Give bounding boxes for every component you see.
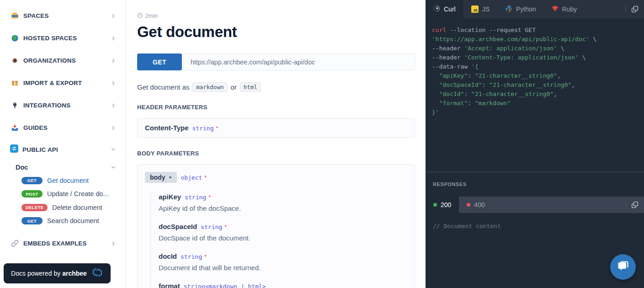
triangle-down-icon: ▼	[168, 176, 172, 180]
body-param: formatstring<markdown | html>Returned da…	[159, 282, 407, 288]
sidebar-item-label: GUIDES	[23, 124, 111, 131]
language-tab-label: Curl	[444, 5, 456, 13]
endpoint-label: Update / Create do...	[47, 190, 109, 197]
sidebar-item-public-api[interactable]: PUBLIC API	[0, 139, 125, 160]
chat-widget-button[interactable]	[610, 254, 636, 280]
main-content: 2min Get document GET Get document as ma…	[126, 0, 426, 288]
language-tab-js[interactable]: JSJS	[463, 0, 497, 18]
chevron-right-icon	[111, 58, 116, 64]
body-param: docSpaceIdstring*DocSpace id of the docu…	[159, 223, 407, 242]
globe-icon	[10, 34, 19, 42]
divider	[626, 201, 626, 209]
copy-code-icon[interactable]	[631, 5, 639, 13]
language-tab-bar: CurlJSJSPythonRuby	[426, 0, 644, 18]
chevron-right-icon	[111, 13, 116, 19]
clock-icon	[137, 12, 143, 20]
body-expander-chip[interactable]: body ▼	[145, 172, 177, 183]
code-line: "docId": "21-character__string0",	[432, 90, 638, 99]
sidebar-group-label: Doc	[16, 164, 111, 171]
header-parameters-title: HEADER PARAMETERS	[137, 104, 415, 111]
body-root-type: object	[181, 174, 202, 181]
header-param-row: Content-Typestring*	[145, 124, 407, 132]
method-badge: POST	[21, 190, 43, 197]
chevron-right-icon	[111, 241, 116, 246]
code-line: "apiKey": "21-character__string0",	[432, 71, 638, 80]
endpoint-item[interactable]: GETGet document	[0, 174, 125, 187]
body-param: apiKeystring*ApiKey id of the docSpace.	[159, 193, 407, 212]
sidebar-item-label: PUBLIC API	[22, 146, 111, 153]
format-chip-markdown: markdown	[192, 82, 227, 92]
chevron-right-icon	[111, 80, 116, 86]
description-text: Get document as	[137, 83, 189, 91]
code-line: "docSpaceId": "21-character__string0",	[432, 80, 638, 90]
divider	[626, 5, 626, 13]
request-url-input[interactable]	[183, 53, 415, 70]
endpoint-item[interactable]: GETSearch document	[0, 214, 125, 228]
method-badge: DELETE	[21, 204, 48, 211]
response-tab-strip: 400	[459, 197, 644, 213]
sidebar-item-organizations[interactable]: ORGANIZATIONS	[0, 49, 125, 72]
sidebar-item-guides[interactable]: GUIDES	[0, 117, 125, 139]
read-time-label: 2min	[145, 13, 158, 19]
code-line: 'https://app.archbee.com/api/public-api/…	[432, 35, 638, 44]
page-title: Get document	[137, 23, 415, 41]
code-block: curl --location --request GET'https://ap…	[426, 18, 644, 172]
param-name: Content-Type	[145, 124, 189, 132]
response-toolbar	[626, 201, 644, 209]
request-method-button[interactable]: GET	[137, 53, 182, 70]
docs-powered-by-badge[interactable]: Docs powered by archbee	[4, 263, 111, 283]
code-toolbar	[626, 0, 644, 18]
param-description: Document id that will be returned.	[159, 264, 407, 272]
param-type: string	[201, 224, 222, 230]
method-badge: GET	[21, 217, 43, 224]
spaces-icon	[10, 12, 19, 20]
body-parameters-title: BODY PARAMETERS	[137, 150, 415, 157]
sidebar-item-import-export[interactable]: IMPORT & EXPORT	[0, 72, 125, 94]
response-tab-400[interactable]: 400	[459, 201, 492, 208]
body-parameters-box: body ▼ object * apiKeystring*ApiKey id o…	[137, 164, 415, 288]
param-name: docId	[159, 252, 177, 260]
powered-by-text: Docs powered by archbee	[11, 270, 87, 277]
sidebar-item-integrations[interactable]: INTEGRATIONS	[0, 94, 125, 117]
package-icon	[10, 79, 19, 87]
chevron-right-icon	[111, 36, 116, 41]
sidebar-group-doc[interactable]: Doc	[0, 161, 125, 174]
responses-title: RESPONSES	[426, 181, 644, 187]
param-description: DocSpace id of the document.	[159, 234, 407, 242]
endpoint-item[interactable]: DELETEDelete document	[0, 201, 125, 214]
language-tab-label: Python	[516, 5, 536, 13]
param-name-row: docIdstring*	[159, 252, 407, 261]
language-tab-python[interactable]: Python	[497, 0, 544, 18]
curl-icon	[433, 5, 440, 13]
language-tab-curl[interactable]: Curl	[426, 0, 463, 18]
ruby-icon	[552, 5, 559, 13]
language-tab-ruby[interactable]: Ruby	[544, 0, 585, 18]
param-name-row: docSpaceIdstring*	[159, 223, 407, 231]
param-name: format	[159, 282, 180, 288]
param-type: string	[192, 125, 214, 132]
sidebar-item-hosted-spaces[interactable]: HOSTED SPACES	[0, 27, 125, 49]
required-asterisk: *	[224, 224, 227, 230]
chevron-down-icon	[111, 147, 116, 152]
required-asterisk: *	[204, 174, 207, 181]
sidebar-item-spaces[interactable]: SPACES	[0, 5, 125, 27]
code-line: "format": "markdown"	[432, 99, 638, 108]
param-type: string	[181, 253, 202, 260]
chevron-right-icon	[111, 103, 116, 108]
response-tab-200[interactable]: 200	[426, 197, 459, 213]
format-chip-html: html	[240, 82, 261, 92]
body-root-name: body	[150, 174, 165, 181]
response-tabs: 200 400	[426, 197, 644, 213]
body-params-children: apiKeystring*ApiKey id of the docSpace.d…	[150, 193, 407, 288]
code-panel: CurlJSJSPythonRuby curl --location --req…	[426, 0, 644, 288]
sidebar-item-embeds-examples[interactable]: EMBEDS EXAMPLES	[0, 232, 125, 255]
param-type: string	[185, 194, 206, 201]
organizations-icon	[10, 57, 19, 64]
copy-response-icon[interactable]	[631, 201, 639, 208]
endpoint-label: Search document	[47, 217, 99, 224]
endpoint-item[interactable]: POSTUpdate / Create do...	[0, 187, 125, 201]
sidebar-item-label: EMBEDS EXAMPLES	[23, 240, 111, 247]
link-icon	[10, 240, 19, 247]
read-time: 2min	[137, 12, 415, 20]
required-asterisk: *	[216, 125, 218, 132]
